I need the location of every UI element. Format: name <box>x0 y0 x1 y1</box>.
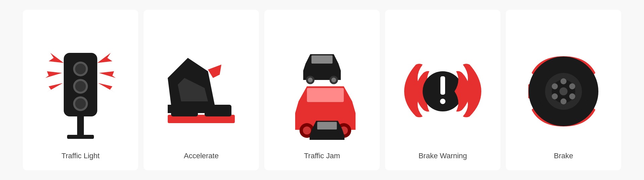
svg-point-17 <box>331 78 336 82</box>
icon-card-brake: Brake <box>506 10 621 170</box>
svg-rect-7 <box>77 116 84 137</box>
brake-warning-icon <box>402 55 483 128</box>
traffic-jam-icon <box>282 43 362 140</box>
svg-point-15 <box>308 78 313 82</box>
traffic-light-label: Traffic Light <box>61 152 100 160</box>
svg-rect-19 <box>307 88 344 102</box>
accelerate-icon-area <box>154 38 248 145</box>
svg-point-38 <box>569 93 575 99</box>
svg-point-40 <box>552 93 558 99</box>
svg-point-6 <box>75 98 86 109</box>
icon-card-traffic-jam: Traffic Jam <box>264 10 380 170</box>
brake-warning-icon-area <box>396 38 490 145</box>
svg-point-21 <box>303 126 311 134</box>
svg-point-32 <box>440 99 445 104</box>
accelerate-label: Accelerate <box>184 152 219 160</box>
brake-warning-label: Brake Warning <box>419 152 467 160</box>
svg-point-39 <box>560 98 567 104</box>
traffic-jam-label: Traffic Jam <box>304 152 340 160</box>
svg-rect-8 <box>67 135 94 139</box>
accelerate-icon <box>161 44 241 138</box>
svg-rect-25 <box>317 122 337 129</box>
traffic-light-icon <box>44 43 117 140</box>
svg-point-36 <box>560 78 567 84</box>
svg-point-37 <box>569 83 575 89</box>
svg-rect-31 <box>440 76 445 95</box>
traffic-jam-icon-area <box>275 38 369 145</box>
icon-card-traffic-light: Traffic Light <box>23 10 138 170</box>
svg-rect-13 <box>312 56 333 64</box>
svg-point-42 <box>559 87 568 95</box>
brake-icon-area <box>517 38 610 145</box>
icon-card-brake-warning: Brake Warning <box>385 10 500 170</box>
icons-container: Traffic Light Accelerate <box>20 10 624 170</box>
svg-point-4 <box>75 81 86 92</box>
brake-icon <box>525 53 602 130</box>
traffic-light-icon-area <box>34 38 127 145</box>
svg-point-2 <box>75 64 86 74</box>
brake-label: Brake <box>554 152 573 160</box>
svg-point-41 <box>552 83 558 89</box>
icon-card-accelerate: Accelerate <box>144 10 259 170</box>
svg-rect-24 <box>310 136 344 140</box>
